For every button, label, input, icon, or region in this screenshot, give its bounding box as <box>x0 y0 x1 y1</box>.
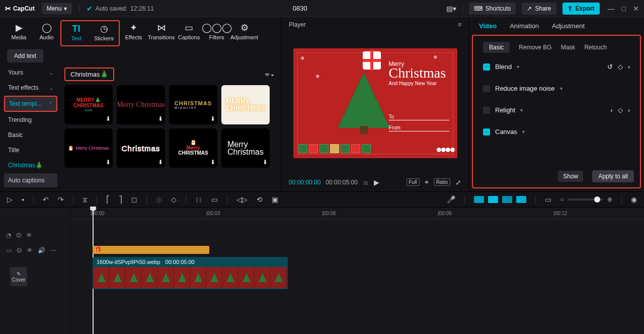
export-button[interactable]: ⇪Export <box>562 3 600 15</box>
subtab-removebg[interactable]: Remove BG <box>519 44 551 51</box>
cat-basic[interactable]: Basic <box>4 128 57 142</box>
checkbox-off-icon[interactable] <box>483 85 490 92</box>
keyframe-icon[interactable]: ◇ <box>618 106 623 114</box>
menu-button[interactable]: Menu▾ <box>42 3 72 14</box>
template-4[interactable]: MERRYCHRISTMAS⬇ <box>221 85 270 124</box>
rtab-video[interactable]: Video <box>479 22 497 30</box>
marker-icon[interactable]: ◇ <box>171 195 177 204</box>
preview-icon[interactable]: ▭ <box>545 195 551 204</box>
filter-icon[interactable]: ⫧▾ <box>264 71 274 79</box>
fit-icon[interactable]: ◉ <box>631 195 637 204</box>
template-8[interactable]: MerryChristmas⬇ <box>221 128 270 168</box>
expand-icon[interactable]: ⤢ <box>455 178 461 186</box>
zoom-slider[interactable] <box>568 198 603 201</box>
zoom-in-icon[interactable]: ⊕ <box>607 196 612 203</box>
close-icon[interactable]: ✕ <box>633 5 639 13</box>
template-5[interactable]: 🎅 Merry Christmas⬇ <box>64 128 113 168</box>
crop-icon[interactable]: ◻ <box>131 195 137 204</box>
subtab-basic[interactable]: Basic <box>483 42 510 53</box>
prop-canvas[interactable]: ✓ Canvas▾ <box>476 121 637 143</box>
undo-icon[interactable]: ↶ <box>43 195 49 204</box>
tab-adjustment[interactable]: ⚙Adjustment <box>230 20 258 46</box>
cat-text-templates[interactable]: Text templ...⌃ <box>4 96 57 112</box>
download-icon[interactable]: ⬇ <box>158 159 163 166</box>
add-text-button[interactable]: Add text <box>7 49 43 62</box>
lock-icon[interactable]: ⏣ <box>16 232 21 239</box>
play-icon[interactable]: ▶ <box>374 178 379 186</box>
tab-captions[interactable]: ▭Captions <box>175 20 203 46</box>
cat-christmas[interactable]: Christmas🎄 <box>4 158 57 172</box>
adjust-icon[interactable]: ▭ <box>211 195 218 204</box>
tab-stickers[interactable]: ◷Stickers <box>90 21 118 45</box>
magnet-buttons[interactable] <box>474 196 526 203</box>
redo-icon[interactable]: ↷ <box>58 195 64 204</box>
prop-relight[interactable]: Relight▾ ‹◇› <box>476 99 637 121</box>
cat-trending[interactable]: Trending <box>4 113 57 127</box>
subtab-mask[interactable]: Mask <box>561 44 576 51</box>
checkbox-on-icon[interactable]: ✓ <box>483 128 490 136</box>
tab-transitions[interactable]: ⋈Transitions <box>147 20 175 46</box>
rtab-animation[interactable]: Animation <box>510 22 539 30</box>
prop-reduce-noise[interactable]: Reduce image noise▾ <box>476 78 637 99</box>
eye-icon[interactable]: 👁 <box>26 232 32 239</box>
record-icon[interactable]: ◎ <box>156 195 162 204</box>
checkbox-on-icon[interactable]: ✓ <box>483 63 490 71</box>
rotate-icon[interactable]: ⟲ <box>257 195 263 204</box>
time-ruler[interactable]: |00:00 |00:03 |00:06 |00:09 |00:12 <box>70 208 644 222</box>
download-icon[interactable]: ⬇ <box>263 115 268 122</box>
player-menu-icon[interactable]: ≡ <box>458 21 461 28</box>
full-button[interactable]: Full <box>407 178 420 186</box>
apply-to-all-button[interactable]: Apply to all <box>592 170 634 182</box>
download-icon[interactable]: ⬇ <box>106 115 111 122</box>
rtab-adjustment[interactable]: Adjustment <box>552 22 585 30</box>
mic-icon[interactable]: 🎤 <box>447 195 455 204</box>
zoom-out-icon[interactable]: ○ <box>560 196 564 203</box>
prop-blend[interactable]: ✓ Blend▾ ↺◇› <box>476 56 637 78</box>
template-2[interactable]: Merry Christmas⬇ <box>117 85 165 124</box>
crop2-icon[interactable]: ▣ <box>272 195 278 204</box>
clock-icon[interactable]: ◔ <box>6 232 11 239</box>
maximize-icon[interactable]: □ <box>622 5 626 13</box>
tab-effects[interactable]: ✦Effects <box>120 20 147 46</box>
volume-icon[interactable]: ≣ <box>363 178 369 186</box>
shortcuts-button[interactable]: ⌨Shortcuts <box>469 3 516 15</box>
trim-left-icon[interactable]: ⎡ <box>106 195 110 204</box>
share-button[interactable]: ↗Share <box>522 3 556 15</box>
mirror-icon[interactable]: ◁▷ <box>236 195 248 204</box>
project-title[interactable]: 0830 <box>161 5 439 12</box>
preview-canvas[interactable]: ❄ ❄ ❄ Merry Christmas And Happy New Year… <box>293 48 457 158</box>
track-controls-2[interactable]: ▭⏣👁🔊⋯ <box>6 243 56 258</box>
cat-title[interactable]: Title <box>4 143 57 157</box>
download-icon[interactable]: ⬇ <box>210 159 215 166</box>
download-icon[interactable]: ⬇ <box>263 159 268 166</box>
template-6[interactable]: Christmas⬇ <box>117 128 165 168</box>
keyframe-icon[interactable]: ◇ <box>618 63 623 71</box>
template-3[interactable]: CHRISTMASWISHLIST⬇ <box>169 85 217 124</box>
template-1[interactable]: MERRY🎄CHRISTMASxoxo⬇ <box>64 85 113 124</box>
track-controls-1[interactable]: ◔⏣👁 <box>6 228 64 243</box>
reset-icon[interactable]: ↺ <box>607 63 613 71</box>
tab-filters[interactable]: ◯◯◯Filters <box>203 20 230 46</box>
cat-auto-captions[interactable]: Auto captions <box>4 173 57 187</box>
subtab-retouch[interactable]: Retouch <box>584 44 607 51</box>
layout-icon[interactable]: ▤▾ <box>446 5 456 13</box>
tab-text[interactable]: TIText <box>62 21 90 45</box>
cat-text-effects[interactable]: Text effects⌄ <box>4 81 57 95</box>
ratio-button[interactable]: Ratio <box>434 178 450 186</box>
tab-audio[interactable]: ◯Audio <box>33 20 60 46</box>
download-icon[interactable]: ⬇ <box>158 115 163 122</box>
video-clip[interactable]: 1600w-itSPvp9PiS0.webp00:00:05:00 <box>93 257 288 289</box>
tab-media[interactable]: ▶Media <box>5 20 33 46</box>
focus-icon[interactable]: ⌖ <box>425 178 429 186</box>
download-icon[interactable]: ⬇ <box>106 159 111 166</box>
trim-right-icon[interactable]: ⎤ <box>119 195 122 204</box>
minimize-icon[interactable]: — <box>608 5 615 13</box>
template-7[interactable]: 🎅MerryCHRISTMAS⬇ <box>169 128 217 168</box>
cover-button[interactable]: ✎Cover <box>10 267 27 286</box>
split-icon[interactable]: ⧖ <box>83 195 88 204</box>
search-term[interactable]: Christmas🎄 <box>64 68 114 81</box>
checkbox-off-icon[interactable] <box>483 107 490 114</box>
cat-yours[interactable]: Yours⌄ <box>4 65 57 80</box>
download-icon[interactable]: ⬇ <box>210 115 215 122</box>
group-icon[interactable]: ⫿⫿ <box>195 195 202 204</box>
